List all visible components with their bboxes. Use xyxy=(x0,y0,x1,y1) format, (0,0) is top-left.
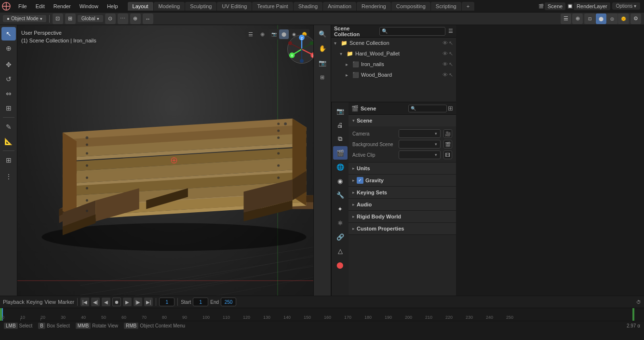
section-scene-header[interactable]: ▾ Scene xyxy=(349,115,456,126)
section-custom-header[interactable]: ▸ Custom Properties xyxy=(349,223,456,234)
material-btn[interactable]: ◎ xyxy=(607,14,617,24)
step-back-btn[interactable]: ◀| xyxy=(91,298,100,306)
solid-btn[interactable]: ⬤ xyxy=(596,14,606,24)
outliner-item-wood-board[interactable]: ▸ ⬛ Wood_Board 👁 ↖ xyxy=(343,69,456,80)
menu-help[interactable]: Help xyxy=(103,2,122,10)
keying-menu[interactable]: Keying xyxy=(27,299,43,305)
gizmo-settings-btn[interactable]: ⊕ xyxy=(257,29,268,40)
tool-add[interactable]: ⊞ xyxy=(1,153,16,167)
visibility-eye-3[interactable]: 👁 xyxy=(443,61,448,67)
overlay-settings-btn[interactable]: ☰ xyxy=(245,29,256,40)
tool-cursor[interactable]: ⊕ xyxy=(1,41,16,55)
restrict-select-3[interactable]: ↖ xyxy=(449,61,453,68)
viewport-view-toggle[interactable]: ⊡ xyxy=(53,14,63,24)
prop-tab-particles[interactable]: ✦ xyxy=(333,202,348,216)
render-region-btn[interactable]: ⊞ xyxy=(315,70,330,84)
tab-compositing[interactable]: Compositing xyxy=(391,2,430,11)
props-search-input[interactable] xyxy=(408,105,447,112)
object-mode-dropdown[interactable]: ● Object Mode xyxy=(3,15,46,22)
tool-move[interactable]: ✥ xyxy=(1,58,16,71)
snap-options[interactable]: ⊕ xyxy=(130,14,141,24)
outliner-item-scene-collection[interactable]: ▾ 📁 Scene Collection 👁 ↖ xyxy=(331,38,456,48)
jump-start-btn[interactable]: |◀ xyxy=(80,298,89,306)
menu-edit[interactable]: Edit xyxy=(32,2,49,10)
tab-texture-paint[interactable]: Texture Paint xyxy=(252,2,293,11)
section-units-header[interactable]: ▸ Units xyxy=(349,163,456,174)
rendered-btn[interactable]: 🌞 xyxy=(618,14,629,24)
menu-window[interactable]: Window xyxy=(76,2,102,10)
prop-tab-world[interactable]: 🌐 xyxy=(333,160,348,174)
tab-shading[interactable]: Shading xyxy=(294,2,322,11)
prop-tab-render[interactable]: 📷 xyxy=(333,104,348,118)
prop-clip-btn[interactable]: 🎞 xyxy=(443,150,452,159)
prop-tab-constraints[interactable]: 🔗 xyxy=(333,230,348,244)
play-btn[interactable]: ▶ xyxy=(123,298,132,306)
frame-numbers-bar[interactable]: 0 10 20 30 40 50 60 70 80 90 100 110 120… xyxy=(0,308,644,321)
visibility-select-2[interactable]: ↖ xyxy=(449,51,453,57)
zoom-btn[interactable]: 🔍 xyxy=(315,27,330,41)
jump-end-btn[interactable]: ▶| xyxy=(144,298,153,306)
section-rigid-header[interactable]: ▸ Rigid Body World xyxy=(349,211,456,222)
record-btn[interactable]: ⏺ xyxy=(112,298,121,306)
tool-more[interactable]: ⋮ xyxy=(1,170,16,183)
props-expand-btn[interactable]: ⊞ xyxy=(448,105,453,112)
gizmo-circle[interactable]: Z Y X xyxy=(287,35,316,64)
outliner-search-input[interactable] xyxy=(379,27,445,36)
render-layer-name[interactable]: RenderLayer xyxy=(574,2,610,10)
viewport-xray-toggle[interactable]: ⊞ xyxy=(65,14,76,24)
prop-bg-scene-value[interactable]: ▾ xyxy=(399,140,441,149)
prop-tab-data[interactable]: △ xyxy=(333,244,348,258)
prop-tab-material[interactable]: ⬤ xyxy=(333,258,348,272)
section-gravity-header[interactable]: ▸ ✓ Gravity xyxy=(349,175,456,186)
tab-rendering[interactable]: Rendering xyxy=(357,2,391,11)
outliner-item-hard-wood-pallet[interactable]: ▾ 📁 Hard_Wood_Pallet 👁 ↖ xyxy=(337,48,456,59)
tab-add[interactable]: + xyxy=(462,2,474,11)
prop-active-clip-value[interactable]: ▾ xyxy=(399,150,441,159)
tool-scale[interactable]: ⇔ xyxy=(1,87,16,100)
gizmo-toggle[interactable]: ⊕ xyxy=(572,14,583,24)
prop-tab-output[interactable]: 🖨 xyxy=(333,118,348,132)
visibility-select[interactable]: ↖ xyxy=(449,40,453,46)
symmetry-btn[interactable]: ↔ xyxy=(143,14,153,24)
tab-uv-editing[interactable]: UV Editing xyxy=(217,2,252,11)
tool-select[interactable]: ↖ xyxy=(1,27,16,41)
play-back-btn[interactable]: ◀ xyxy=(102,298,110,306)
tab-animation[interactable]: Animation xyxy=(323,2,356,11)
prop-tab-object[interactable]: ◉ xyxy=(333,174,348,188)
section-keying-header[interactable]: ▸ Keying Sets xyxy=(349,187,456,198)
menu-render[interactable]: Render xyxy=(50,2,75,10)
step-forward-btn[interactable]: |▶ xyxy=(134,298,142,306)
visibility-eye-2[interactable]: 👁 xyxy=(443,51,448,56)
prop-tab-physics[interactable]: ⚛ xyxy=(333,216,348,230)
prop-tab-view-layer[interactable]: ⧉ xyxy=(333,132,348,146)
menu-file[interactable]: File xyxy=(14,2,31,10)
end-frame-input[interactable]: 250 xyxy=(221,298,236,306)
prop-camera-value[interactable]: ▾ xyxy=(399,129,441,138)
proportional-edit-btn[interactable]: ⊙ xyxy=(105,14,116,24)
tab-modeling[interactable]: Modeling xyxy=(154,2,185,11)
transform-dropdown[interactable]: Global xyxy=(78,15,103,22)
scene-name[interactable]: Scene xyxy=(545,2,565,10)
prop-bg-scene-btn[interactable]: 🎬 xyxy=(443,140,452,149)
options-btn[interactable]: Options ▾ xyxy=(612,2,640,10)
outliner-filter-btn[interactable]: ☰ xyxy=(448,28,453,34)
viewport-camera-btn[interactable]: 📷 xyxy=(269,29,279,39)
tab-scripting[interactable]: Scripting xyxy=(431,2,461,11)
prop-tab-modifiers[interactable]: 🔧 xyxy=(333,188,348,202)
current-frame-display[interactable]: 1 xyxy=(159,298,174,306)
overlay-dropdown[interactable]: ☰ xyxy=(561,14,571,24)
section-audio-header[interactable]: ▸ Audio xyxy=(349,199,456,210)
camera-btn[interactable]: 📷 xyxy=(315,56,330,69)
tab-layout[interactable]: Layout xyxy=(128,2,153,11)
restrict-select-4[interactable]: ↖ xyxy=(449,72,453,78)
start-frame-input[interactable]: 1 xyxy=(193,298,208,306)
gravity-checkbox[interactable]: ✓ xyxy=(357,177,363,184)
tool-rotate[interactable]: ↺ xyxy=(1,72,16,86)
wireframe-btn[interactable]: ⊡ xyxy=(585,14,595,24)
prop-camera-new-btn[interactable]: 🎥 xyxy=(443,129,452,138)
tool-annotate[interactable]: ✎ xyxy=(1,120,16,134)
playback-menu[interactable]: Playback xyxy=(3,299,25,305)
visibility-eye[interactable]: 👁 xyxy=(443,40,448,46)
render-settings-btn[interactable]: ⚙ xyxy=(631,14,641,24)
tool-measure[interactable]: 📐 xyxy=(1,135,16,148)
